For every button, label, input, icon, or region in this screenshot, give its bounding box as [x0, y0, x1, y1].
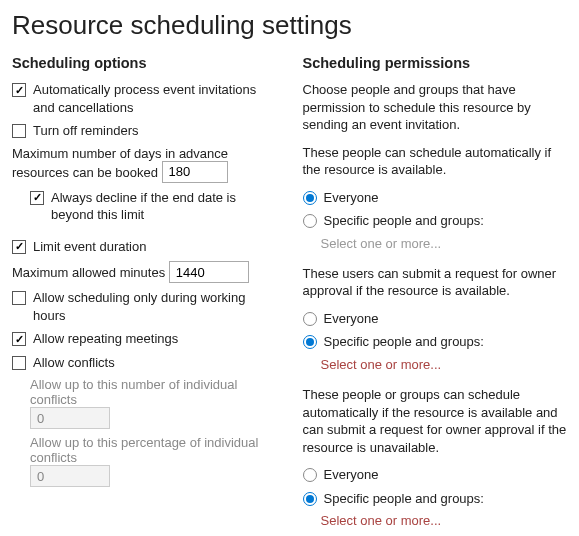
max-days-row: Maximum number of days in advance resour…	[12, 146, 277, 183]
submit-request-everyone-row[interactable]: Everyone	[303, 310, 568, 328]
allow-repeating-label: Allow repeating meetings	[33, 330, 277, 348]
max-days-input[interactable]	[162, 161, 228, 183]
turn-off-reminders-checkbox[interactable]	[12, 124, 26, 138]
submit-request-specific-radio[interactable]	[303, 335, 317, 349]
both-specific-label: Specific people and groups:	[324, 490, 568, 508]
both-picker[interactable]: Select one or more...	[321, 513, 568, 528]
both-desc: These people or groups can schedule auto…	[303, 386, 568, 456]
submit-request-picker[interactable]: Select one or more...	[321, 357, 568, 372]
scheduling-options-section: Scheduling options Automatically process…	[12, 55, 277, 536]
submit-request-specific-row[interactable]: Specific people and groups:	[303, 333, 568, 351]
both-everyone-label: Everyone	[324, 466, 568, 484]
turn-off-reminders-row[interactable]: Turn off reminders	[12, 122, 277, 140]
auto-book-everyone-label: Everyone	[324, 189, 568, 207]
content-columns: Scheduling options Automatically process…	[12, 55, 567, 536]
decline-beyond-checkbox[interactable]	[30, 191, 44, 205]
auto-book-specific-radio[interactable]	[303, 214, 317, 228]
auto-process-row[interactable]: Automatically process event invitations …	[12, 81, 277, 116]
conflict-count-label: Allow up to this number of individual co…	[30, 377, 277, 407]
both-everyone-row[interactable]: Everyone	[303, 466, 568, 484]
conflict-pct-input[interactable]	[30, 465, 110, 487]
conflict-count-row: Allow up to this number of individual co…	[30, 377, 277, 429]
auto-book-specific-row[interactable]: Specific people and groups:	[303, 212, 568, 230]
auto-book-block: These people can schedule automatically …	[303, 144, 568, 251]
allow-conflicts-label: Allow conflicts	[33, 354, 277, 372]
submit-request-everyone-radio[interactable]	[303, 312, 317, 326]
conflict-pct-row: Allow up to this percentage of individua…	[30, 435, 277, 487]
permissions-intro: Choose people and groups that have permi…	[303, 81, 568, 134]
page-title: Resource scheduling settings	[12, 10, 567, 41]
auto-book-everyone-row[interactable]: Everyone	[303, 189, 568, 207]
auto-process-checkbox[interactable]	[12, 83, 26, 97]
submit-request-block: These users can submit a request for own…	[303, 265, 568, 372]
limit-duration-checkbox[interactable]	[12, 240, 26, 254]
scheduling-options-heading: Scheduling options	[12, 55, 277, 71]
max-minutes-input[interactable]	[169, 261, 249, 283]
scheduling-permissions-heading: Scheduling permissions	[303, 55, 568, 71]
both-specific-row[interactable]: Specific people and groups:	[303, 490, 568, 508]
both-specific-radio[interactable]	[303, 492, 317, 506]
working-hours-checkbox[interactable]	[12, 291, 26, 305]
working-hours-label: Allow scheduling only during working hou…	[33, 289, 277, 324]
scheduling-permissions-section: Scheduling permissions Choose people and…	[303, 55, 568, 536]
allow-conflicts-row[interactable]: Allow conflicts	[12, 354, 277, 372]
allow-repeating-row[interactable]: Allow repeating meetings	[12, 330, 277, 348]
decline-beyond-row[interactable]: Always decline if the end date is beyond…	[30, 189, 277, 224]
max-minutes-label: Maximum allowed minutes	[12, 265, 165, 280]
allow-conflicts-checkbox[interactable]	[12, 356, 26, 370]
conflict-count-input[interactable]	[30, 407, 110, 429]
both-everyone-radio[interactable]	[303, 468, 317, 482]
auto-book-desc: These people can schedule automatically …	[303, 144, 568, 179]
submit-request-everyone-label: Everyone	[324, 310, 568, 328]
auto-process-label: Automatically process event invitations …	[33, 81, 277, 116]
conflict-pct-label: Allow up to this percentage of individua…	[30, 435, 277, 465]
both-block: These people or groups can schedule auto…	[303, 386, 568, 528]
submit-request-specific-label: Specific people and groups:	[324, 333, 568, 351]
max-minutes-row: Maximum allowed minutes	[12, 261, 277, 283]
auto-book-specific-label: Specific people and groups:	[324, 212, 568, 230]
limit-duration-row[interactable]: Limit event duration	[12, 238, 277, 256]
working-hours-row[interactable]: Allow scheduling only during working hou…	[12, 289, 277, 324]
limit-duration-label: Limit event duration	[33, 238, 277, 256]
allow-repeating-checkbox[interactable]	[12, 332, 26, 346]
turn-off-reminders-label: Turn off reminders	[33, 122, 277, 140]
auto-book-everyone-radio[interactable]	[303, 191, 317, 205]
auto-book-picker: Select one or more...	[321, 236, 568, 251]
decline-beyond-label: Always decline if the end date is beyond…	[51, 189, 277, 224]
submit-request-desc: These users can submit a request for own…	[303, 265, 568, 300]
